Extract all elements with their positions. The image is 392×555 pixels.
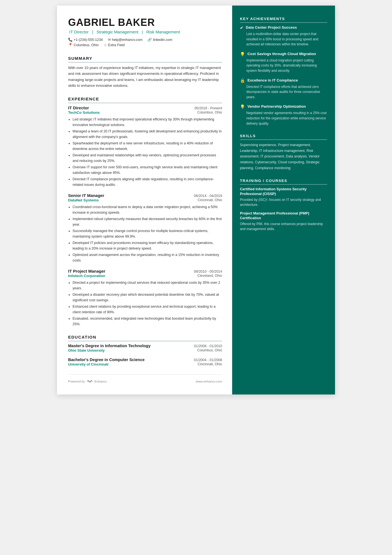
email-contact: ✉ help@enhancv.com bbox=[108, 38, 143, 42]
job-header-3: IT Project Manager 08/2010 - 05/2014 bbox=[68, 269, 222, 273]
job-company-2: DataNet Systems bbox=[68, 198, 99, 202]
key-achievements-title: KEY ACHIEVEMENTS bbox=[240, 17, 327, 23]
skills-text: Supervising experience, Project manageme… bbox=[240, 142, 327, 171]
link-icon: 🔗 bbox=[147, 38, 152, 42]
course-item-1: Certified Information Systems Security P… bbox=[240, 187, 327, 207]
bullet-2-2: Implemented robust cybersecurity measure… bbox=[73, 216, 222, 227]
job-sub-2: DataNet Systems Cincinnati, Ohio bbox=[68, 198, 222, 202]
achievement-item-1: ✔ Data Center Project Success Led a mult… bbox=[240, 25, 327, 47]
bullet-1-6: Directed IT compliance projects aligning… bbox=[73, 176, 222, 188]
summary-text: With over 10 years of experience leading… bbox=[68, 65, 222, 89]
website-contact: 🔗 linkedin.com bbox=[147, 38, 172, 42]
extra-field-item: ☆ Extra Field bbox=[104, 43, 125, 47]
achievement-header-3: 🔒 Excellence in IT Compliance bbox=[240, 78, 327, 83]
right-column: KEY ACHIEVEMENTS ✔ Data Center Project S… bbox=[232, 6, 335, 394]
edu-degree-2: Bachelor's Degree in Computer Science bbox=[68, 357, 145, 362]
achievement-icon-1: ✔ bbox=[240, 25, 244, 30]
course-title-2: Project Management Professional (PMP) Ce… bbox=[240, 211, 327, 221]
edu-loc-2: Cincinnati, Ohio bbox=[198, 362, 222, 366]
achievement-title-1: Data Center Project Success bbox=[246, 25, 297, 30]
job-dates-3: 08/2010 - 05/2014 bbox=[194, 270, 222, 273]
bullet-1-4: Developed and maintained relationships w… bbox=[73, 152, 222, 164]
extra-field-label: Extra Field bbox=[108, 43, 125, 47]
job-sub-3: Infotech Corporation Cleveland, Ohio bbox=[68, 274, 222, 278]
candidate-name: GABRIEL BAKER bbox=[68, 17, 222, 28]
job-title-1: IT Director bbox=[68, 105, 89, 110]
achievement-title-3: Excellence in IT Compliance bbox=[247, 78, 298, 83]
skills-section: SKILLS Supervising experience, Project m… bbox=[240, 134, 327, 171]
edu-item-2: Bachelor's Degree in Computer Science 01… bbox=[68, 357, 222, 366]
phone-number: +1-(234)-555-1234 bbox=[74, 38, 103, 42]
powered-by-text: Powered by bbox=[68, 380, 85, 383]
summary-section: SUMMARY With over 10 years of experience… bbox=[68, 56, 222, 89]
job-dates-1: 05/2019 - Present bbox=[195, 106, 222, 110]
page-footer: Powered by Enhancv www.enhancv.com bbox=[68, 374, 222, 383]
edu-dates-1: 01/2008 - 01/2010 bbox=[194, 344, 222, 348]
bullet-1-2: Managed a team of 20 IT professionals, f… bbox=[73, 129, 222, 140]
achievement-icon-2: 💡 bbox=[240, 52, 245, 57]
job-item-3: IT Project Manager 08/2010 - 05/2014 Inf… bbox=[68, 269, 222, 327]
footer-website: www.enhancv.com bbox=[196, 380, 222, 383]
bullet-2-5: Optimized asset management across the or… bbox=[73, 252, 222, 263]
bullet-1-3: Spearheaded the deployment of a new serv… bbox=[73, 140, 222, 152]
job-bullets-1: Led strategic IT initiatives that improv… bbox=[68, 117, 222, 188]
job-company-3: Infotech Corporation bbox=[68, 274, 105, 278]
course-desc-2: Offered by PMI, this course enhances pro… bbox=[240, 221, 327, 231]
job-header-2: Senior IT Manager 06/2014 - 04/2019 bbox=[68, 193, 222, 198]
edu-school-2: University of Cincinnati bbox=[68, 362, 108, 366]
achievement-desc-3: Directed IT compliance efforts that achi… bbox=[240, 84, 327, 100]
job-item-1: IT Director 05/2019 - Present TechCo Sol… bbox=[68, 105, 222, 188]
course-desc-1: Provided by (ISC)², focuses on IT securi… bbox=[240, 197, 327, 207]
bullet-1-1: Led strategic IT initiatives that improv… bbox=[73, 117, 222, 128]
training-title: TRAINING / COURSES bbox=[240, 179, 327, 185]
job-location-3: Cleveland, Ohio bbox=[197, 274, 222, 278]
website-url: linkedin.com bbox=[153, 38, 172, 42]
email-icon: ✉ bbox=[108, 38, 111, 42]
key-achievements-section: KEY ACHIEVEMENTS ✔ Data Center Project S… bbox=[240, 17, 327, 126]
job-sub-1: TechCo Solutions Columbus, Ohio bbox=[68, 110, 222, 115]
footer-brand: Powered by Enhancv bbox=[68, 379, 107, 383]
bullet-3-4: Evaluated, recommended, and integrated n… bbox=[73, 316, 222, 327]
candidate-title: IT Director | Strategic Management | Ris… bbox=[68, 29, 222, 34]
edu-header-1: Master's Degree in Information Technolog… bbox=[68, 344, 222, 348]
edu-degree-1: Master's Degree in Information Technolog… bbox=[68, 344, 150, 348]
job-item-2: Senior IT Manager 06/2014 - 04/2019 Data… bbox=[68, 193, 222, 263]
location-line: 📍 Columbus, Ohio ☆ Extra Field bbox=[68, 43, 222, 47]
achievement-item-2: 💡 Cost Savings through Cloud Migration I… bbox=[240, 51, 327, 73]
job-bullets-3: Directed a project for implementing clou… bbox=[68, 280, 222, 327]
bullet-2-3: Successfully managed the change control … bbox=[73, 228, 222, 239]
edu-header-2: Bachelor's Degree in Computer Science 01… bbox=[68, 357, 222, 362]
job-title-3: IT Project Manager bbox=[68, 269, 105, 273]
job-location-1: Columbus, Ohio bbox=[197, 110, 222, 115]
training-section: TRAINING / COURSES Certified Information… bbox=[240, 179, 327, 231]
job-location-2: Cincinnati, Ohio bbox=[198, 198, 222, 202]
achievement-item-3: 🔒 Excellence in IT Compliance Directed I… bbox=[240, 78, 327, 100]
bullet-3-2: Developed a disaster recovery plan which… bbox=[73, 292, 222, 303]
title-part-1: IT Director bbox=[69, 29, 89, 34]
location-icon: 📍 bbox=[68, 43, 73, 47]
header-section: GABRIEL BAKER IT Director | Strategic Ma… bbox=[68, 17, 222, 47]
title-part-3: Risk Management bbox=[146, 29, 180, 34]
edu-item-1: Master's Degree in Information Technolog… bbox=[68, 344, 222, 352]
bullet-1-5: Oversee IT support for over 500 end-user… bbox=[73, 164, 222, 176]
bullet-2-4: Developed IT policies and procedures inc… bbox=[73, 240, 222, 251]
achievement-desc-2: Implemented a cloud migration project cu… bbox=[240, 58, 327, 73]
location-item: 📍 Columbus, Ohio bbox=[68, 43, 99, 47]
email-address: help@enhancv.com bbox=[112, 38, 143, 42]
contact-line: 📞 +1-(234)-555-1234 ✉ help@enhancv.com 🔗… bbox=[68, 38, 222, 42]
phone-contact: 📞 +1-(234)-555-1234 bbox=[68, 38, 103, 42]
experience-section: EXPERIENCE IT Director 05/2019 - Present… bbox=[68, 97, 222, 327]
bullet-2-1: Coordinated cross-functional teams to de… bbox=[73, 204, 222, 215]
achievement-title-2: Cost Savings through Cloud Migration bbox=[247, 51, 316, 56]
course-item-2: Project Management Professional (PMP) Ce… bbox=[240, 211, 327, 231]
title-sep-1: | bbox=[92, 29, 94, 34]
left-column: GABRIEL BAKER IT Director | Strategic Ma… bbox=[57, 6, 232, 394]
edu-loc-1: Columbus, Ohio bbox=[197, 348, 222, 352]
achievement-header-2: 💡 Cost Savings through Cloud Migration bbox=[240, 51, 327, 57]
title-sep-2: | bbox=[142, 29, 144, 34]
achievement-desc-4: Negotiated vendor agreements resulting i… bbox=[240, 110, 327, 126]
brand-name: Enhancv bbox=[95, 380, 107, 383]
education-section: EDUCATION Master's Degree in Information… bbox=[68, 335, 222, 366]
bullet-3-1: Directed a project for implementing clou… bbox=[73, 280, 222, 291]
job-dates-2: 06/2014 - 04/2019 bbox=[194, 194, 222, 198]
